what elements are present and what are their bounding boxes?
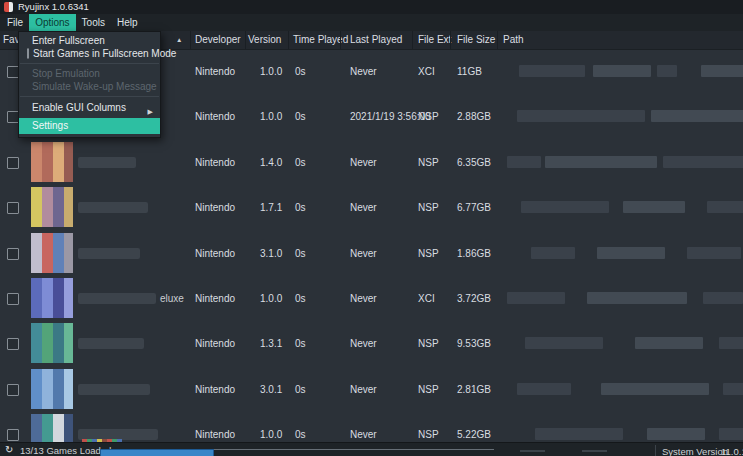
header-path[interactable]: Path [503,31,524,49]
menu-item-enter-fullscreen[interactable]: Enter Fullscreen [19,34,160,47]
path-censored [601,383,709,395]
game-title-censored [78,157,136,168]
ryujinx-window: Ryujinx 1.0.6341 File Options Tools Help… [0,0,743,456]
refresh-icon: ↻ [5,444,13,455]
path-censored [545,156,657,168]
table-row[interactable]: Nintendo 3.0.1 0s Never NSP 2.81GB [0,367,743,412]
cell-version: 1.4.0 [260,140,282,185]
cell-version: 1.0.0 [260,49,282,94]
games-loaded-status: 13/13 Games Loaded [20,445,111,456]
path-censored [517,383,571,395]
table-row[interactable]: Nintendo 1.3.1 0s Never NSP 9.53GB [0,321,743,366]
game-icon-blurred [31,278,73,318]
column-separator [245,31,246,49]
path-censored [507,292,565,304]
column-separator [190,31,191,49]
cell-file-ext: NSP [418,321,439,366]
cell-time-played: 0s [295,49,306,94]
cell-file-size: 9.53GB [457,321,491,366]
path-censored [723,383,743,395]
table-row[interactable]: eluxe Nintendo 1.0.0 0s Never XCI 3.72GB [0,276,743,321]
path-censored [593,65,651,77]
game-icon-blurred [31,369,73,409]
cell-file-size: 6.35GB [457,140,491,185]
game-title-censored [78,248,140,259]
cell-file-size: 6.77GB [457,185,491,230]
header-file-ext[interactable]: File Ext [418,31,451,49]
cell-version: 1.7.1 [260,185,282,230]
favorite-checkbox[interactable] [7,429,19,441]
cell-file-ext: NSP [418,231,439,276]
menu-item-enable-gui-columns[interactable]: Enable GUI Columns ▶ [19,100,160,115]
path-censored [535,428,623,440]
menu-item-settings[interactable]: Settings [19,118,160,134]
cell-file-size: 2.81GB [457,367,491,412]
fullscreen-mode-checkbox[interactable] [27,48,29,59]
menu-bar: File Options Tools Help [0,14,743,31]
favorite-checkbox[interactable] [7,248,19,260]
table-row[interactable]: Nintendo 1.4.0 0s Never NSP 6.35GB [0,140,743,185]
path-censored [719,428,743,440]
cell-version: 3.1.0 [260,231,282,276]
header-file-size[interactable]: File Size [457,31,495,49]
game-title-censored [78,202,148,213]
sort-ascending-icon[interactable]: ▲ [176,31,182,49]
header-last-played[interactable]: Last Played [350,31,402,49]
menu-separator [20,63,159,64]
cell-file-size: 11GB [457,49,482,94]
cell-last-played: Never [350,367,377,412]
path-censored [657,65,677,77]
favorite-checkbox[interactable] [7,338,19,350]
progress-fill [100,449,214,456]
menu-item-start-games-fullscreen[interactable]: Start Games in Fullscreen Mode [19,47,160,60]
cell-developer: Nintendo [195,367,235,412]
menu-tools[interactable]: Tools [76,14,111,31]
favorite-checkbox[interactable] [7,384,19,396]
title-bar: Ryujinx 1.0.6341 [0,0,743,14]
favorite-checkbox[interactable] [7,202,19,214]
menu-item-simulate-wakeup: Simulate Wake-up Message [19,80,160,93]
cell-time-played: 0s [295,367,306,412]
menu-options[interactable]: Options [29,14,75,31]
censored-status-text [520,450,545,452]
path-censored [687,247,741,259]
cell-version: 1.0.0 [260,94,282,139]
table-row[interactable]: Nintendo 1.7.1 0s Never NSP 6.77GB [0,185,743,230]
cell-developer: Nintendo [195,276,235,321]
menu-item-label: Start Games in Fullscreen Mode [33,47,176,60]
column-separator [412,31,413,49]
cell-last-played: Never [350,276,377,321]
game-icon-blurred [31,187,73,227]
header-version[interactable]: Version [248,31,281,49]
favorite-checkbox[interactable] [7,293,19,305]
favorite-checkbox[interactable] [7,157,19,169]
path-censored [651,110,743,122]
table-row[interactable]: Nintendo 3.1.0 0s Never NSP 1.86GB [0,231,743,276]
header-developer[interactable]: Developer [195,31,241,49]
cell-last-played: Never [350,140,377,185]
cell-version: 1.3.1 [260,321,282,366]
menu-help[interactable]: Help [111,14,144,31]
path-censored [623,201,685,213]
window-title: Ryujinx 1.0.6341 [18,1,89,13]
game-title-censored [78,293,156,304]
cell-developer: Nintendo [195,49,235,94]
cell-last-played: Never [350,321,377,366]
path-censored [507,156,541,168]
path-censored [521,201,609,213]
status-bar: ↻ 13/13 Games Loaded System Version 11.0… [0,442,743,456]
path-censored [597,247,665,259]
options-dropdown-menu: Enter Fullscreen Start Games in Fullscre… [18,31,161,138]
path-censored [647,428,705,440]
cell-file-size: 2.88GB [457,94,491,139]
column-separator [340,31,341,49]
submenu-arrow-icon: ▶ [148,104,153,119]
path-censored [531,247,575,259]
cell-file-ext: NSP [418,94,439,139]
menu-file[interactable]: File [1,14,29,31]
cell-developer: Nintendo [195,140,235,185]
cell-developer: Nintendo [195,231,235,276]
game-title-censored [78,384,150,395]
cell-last-played: Never [350,185,377,230]
game-icon-blurred [31,142,73,182]
